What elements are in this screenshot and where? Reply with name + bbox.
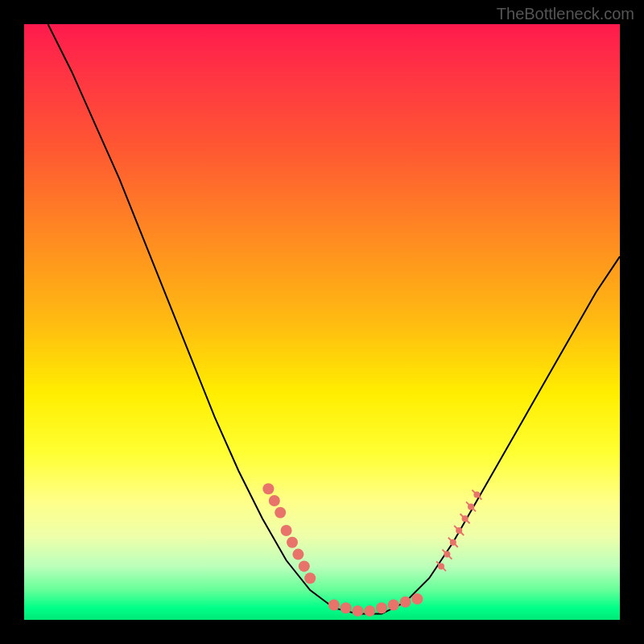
data-point bbox=[328, 600, 340, 611]
data-point bbox=[341, 602, 352, 613]
data-point bbox=[275, 507, 286, 518]
data-point bbox=[462, 515, 469, 522]
data-point bbox=[473, 492, 480, 498]
data-point bbox=[450, 539, 456, 546]
data-point bbox=[281, 525, 292, 536]
data-point bbox=[456, 527, 462, 534]
data-point bbox=[376, 602, 387, 613]
data-point bbox=[388, 600, 399, 611]
plot-area bbox=[24, 24, 620, 620]
data-point bbox=[287, 537, 298, 548]
data-point bbox=[468, 503, 474, 510]
data-point bbox=[269, 495, 280, 506]
watermark-text: TheBottleneck.com bbox=[497, 5, 634, 23]
data-point bbox=[438, 563, 444, 569]
data-point bbox=[304, 572, 316, 584]
data-point bbox=[411, 593, 423, 605]
data-point bbox=[364, 605, 375, 617]
data-point bbox=[352, 605, 363, 617]
data-point bbox=[400, 597, 411, 608]
bottleneck-curve bbox=[48, 24, 620, 614]
data-point bbox=[444, 551, 450, 558]
data-point bbox=[299, 560, 310, 572]
chart-svg bbox=[24, 24, 620, 620]
data-point bbox=[262, 483, 274, 494]
data-point bbox=[292, 549, 303, 560]
